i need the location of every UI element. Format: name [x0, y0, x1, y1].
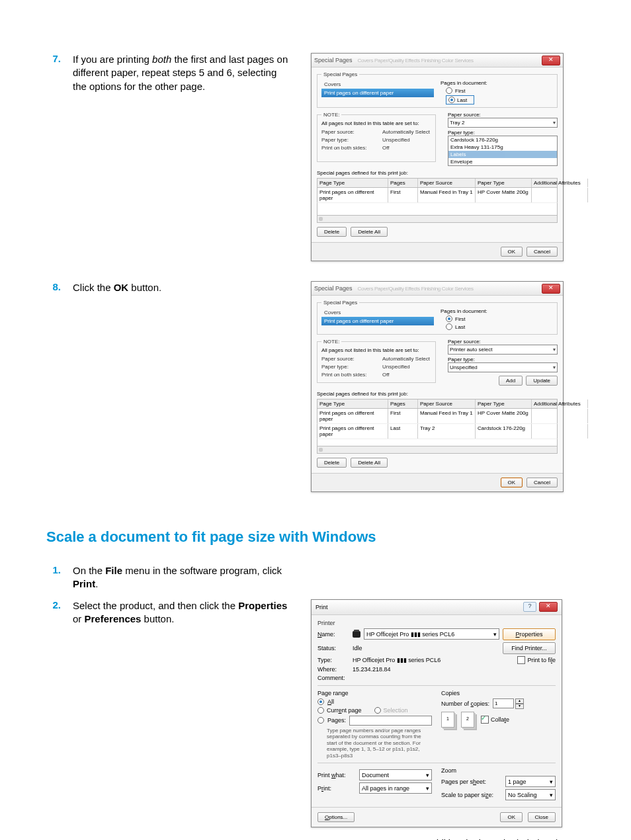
- dialog2-last-label: Last: [455, 324, 465, 330]
- dialog2-pagetype-list[interactable]: Covers Print pages on different paper: [321, 308, 434, 331]
- ok-button[interactable]: OK: [500, 812, 523, 822]
- dialog2-paper-type-val: Unspecified: [382, 364, 410, 370]
- sps-select[interactable]: No Scaling▾: [505, 789, 556, 800]
- help-icon[interactable]: ?: [523, 602, 536, 612]
- cancel-button[interactable]: Cancel: [526, 247, 558, 257]
- table-row[interactable]: Print pages on different paper Last Tray…: [317, 424, 558, 439]
- print-title: Print: [316, 604, 328, 610]
- dialog2-covers[interactable]: Covers: [321, 308, 434, 317]
- radio-selection: Selection: [374, 707, 408, 714]
- dialog1-title-bar: Special Pages Covers Paper/Quality Effec…: [312, 54, 563, 67]
- radio-current[interactable]: Current page: [317, 707, 362, 714]
- print-what-select[interactable]: Document▾: [359, 769, 432, 780]
- checkbox-icon: [481, 716, 489, 724]
- radio-all[interactable]: All: [317, 698, 432, 705]
- dialog1-first-radio[interactable]: First: [446, 87, 553, 94]
- step-1-body-c: menu in the software program, click: [122, 565, 282, 576]
- pps-label: Pages per sheet:: [441, 778, 502, 785]
- delete-all-button[interactable]: Delete All: [351, 227, 388, 237]
- dialog1-last-radio[interactable]: Last: [446, 95, 474, 105]
- table-row[interactable]: Print pages on different paper First Man…: [317, 188, 558, 203]
- pps-select[interactable]: 1 page▾: [505, 776, 556, 787]
- copies-spinner[interactable]: ▴▾: [493, 698, 524, 709]
- dialog2-print-pages-diff-paper[interactable]: Print pages on different paper: [321, 317, 434, 325]
- dialog2-tab-ghost: Covers Paper/Quality Effects Finishing C…: [358, 286, 474, 292]
- comment-label: Comment:: [317, 675, 349, 681]
- copies-input[interactable]: [493, 698, 514, 708]
- list-item[interactable]: Extra Heavy 131-175g: [448, 144, 557, 151]
- pages-input[interactable]: [349, 716, 432, 726]
- delete-button[interactable]: Delete: [317, 227, 347, 237]
- properties-button[interactable]: Properties: [503, 628, 556, 640]
- options-button[interactable]: Options...: [317, 812, 355, 822]
- checkbox-icon: [517, 656, 525, 664]
- print-to-file-checkbox[interactable]: Print to file: [517, 656, 556, 664]
- delete-all-button[interactable]: Delete All: [351, 458, 388, 468]
- pages-hint: Type page numbers and/or page ranges sep…: [327, 728, 432, 759]
- step-7-number: 7.: [46, 53, 61, 93]
- dialog1-right-type-list[interactable]: Cardstock 176-220g Extra Heavy 131-175g …: [448, 136, 558, 166]
- step-7-body: If you are printing both the first and l…: [73, 53, 291, 93]
- radio-selection-label: Selection: [384, 707, 408, 714]
- step-1-body-d: Print: [73, 578, 95, 589]
- dialog2-paper-source-lbl: Paper source:: [321, 356, 373, 362]
- radio-icon: [374, 707, 381, 714]
- dialog2-right-source-combo[interactable]: Printer auto select▾: [448, 345, 558, 355]
- printer-name-val: HP Officejet Pro ▮▮▮ series PCL6: [366, 631, 454, 638]
- step-7-row: 7. If you are printing both the first an…: [46, 53, 585, 261]
- hdr-paper-source: Paper Source: [418, 179, 476, 187]
- list-item[interactable]: Labels: [448, 151, 557, 158]
- find-printer-button[interactable]: Find Printer...: [503, 642, 556, 654]
- close-icon[interactable]: ✕: [542, 284, 560, 294]
- chevron-down-icon: ▾: [426, 772, 429, 778]
- close-icon[interactable]: ✕: [542, 56, 560, 65]
- print-select[interactable]: All pages in range▾: [359, 782, 432, 794]
- collate-checkbox[interactable]: Collate: [481, 716, 509, 724]
- update-button[interactable]: Update: [526, 376, 558, 386]
- collate-preview-icon: 2: [461, 712, 474, 728]
- spin-up-icon[interactable]: ▴: [515, 698, 524, 704]
- ok-button[interactable]: OK: [501, 247, 523, 257]
- step-1-number: 1.: [46, 564, 61, 591]
- list-item[interactable]: Cardstock 176-220g: [448, 136, 557, 144]
- print-dialog: Print ? ✕ Printer Name: HP Officejet Pro…: [311, 599, 562, 828]
- spin-down-icon[interactable]: ▾: [515, 704, 524, 709]
- dialog1-scrollbar[interactable]: [317, 216, 558, 223]
- list-item[interactable]: Heavy Envelope: [448, 165, 557, 166]
- dialog2-first-radio[interactable]: First: [446, 315, 553, 322]
- dialog1-right-source-combo[interactable]: Tray 2▾: [448, 118, 558, 128]
- close-icon[interactable]: ✕: [539, 602, 558, 612]
- radio-pages[interactable]: Pages:: [317, 716, 432, 726]
- close-button[interactable]: Close: [528, 812, 556, 822]
- screenshot-special-pages-1: Special Pages Covers Paper/Quality Effec…: [311, 53, 585, 261]
- delete-button[interactable]: Delete: [317, 458, 347, 468]
- step-8-body-c: button.: [128, 282, 161, 293]
- radio-all-label: All: [327, 698, 334, 705]
- dialog2-table-header: Page Type Pages Paper Source Paper Type …: [317, 399, 558, 409]
- dialog1-right-type-lbl: Paper type:: [448, 130, 558, 136]
- table-row[interactable]: Print pages on different paper First Man…: [317, 409, 558, 424]
- hdr-page-type: Page Type: [317, 179, 388, 187]
- dialog2-paper-source-val: Automatically Select: [382, 356, 430, 362]
- cell-page-type: Print pages on different paper: [317, 424, 388, 439]
- add-button[interactable]: Add: [499, 376, 523, 386]
- dialog2-last-radio[interactable]: Last: [446, 323, 553, 330]
- print-val: All pages in range: [362, 785, 409, 792]
- name-label: Name:: [317, 631, 349, 638]
- dialog1-covers[interactable]: Covers: [321, 80, 434, 89]
- dialog2-scrollbar[interactable]: [317, 446, 558, 454]
- dialog1-print-pages-diff-paper[interactable]: Print pages on different paper: [321, 89, 434, 97]
- type-label: Type:: [317, 657, 349, 663]
- cancel-button[interactable]: Cancel: [526, 478, 558, 487]
- dialog2-right-type-combo[interactable]: Unspecified▾: [448, 362, 558, 372]
- list-item[interactable]: Envelope: [448, 158, 557, 165]
- dialog1-pagetype-list[interactable]: Covers Print pages on different paper: [321, 80, 434, 105]
- step-2-number: 2.: [46, 599, 61, 626]
- dialog1-pages-in-doc: Pages in document: First Last: [441, 80, 553, 105]
- collate-label: Collate: [491, 716, 509, 723]
- dialog1-special-legend: Special Pages: [321, 71, 359, 77]
- dialog2-right-type-val: Unspecified: [450, 364, 478, 370]
- dialog1-first-label: First: [455, 88, 466, 94]
- ok-button[interactable]: OK: [501, 478, 523, 487]
- printer-name-combo[interactable]: HP Officejet Pro ▮▮▮ series PCL6▾: [364, 628, 499, 640]
